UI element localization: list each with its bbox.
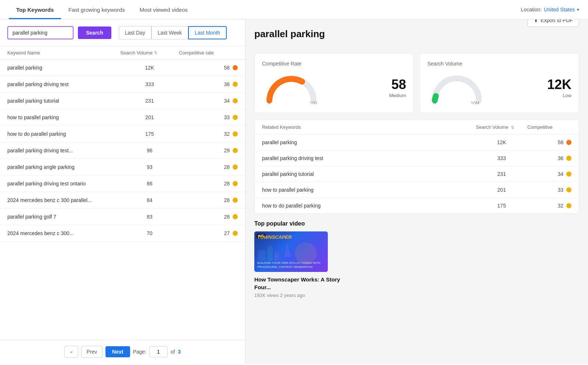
yellow-dot-icon [566,156,571,161]
rate-cell: 28 [179,181,238,187]
tab-top-keywords[interactable]: Top Keywords [9,0,61,19]
table-row[interactable]: how to do parallel parking 175 32 [0,126,245,142]
related-row[interactable]: parallel parking driving test 333 36 [255,150,579,166]
volume-cell: 12K [120,65,179,71]
period-buttons: Last Day Last Week Last Month [119,26,227,39]
chevron-down-icon[interactable]: ▾ [577,7,579,12]
rate-cell: 36 [179,81,238,87]
search-volume-value: 12K [547,78,571,91]
table-header: Keyword Name Search Volume ⇅ Competitive… [0,46,245,60]
col-keyword-name: Keyword Name [7,50,120,56]
period-last-month[interactable]: Last Month [188,26,227,39]
svg-text:10M: 10M [471,101,479,104]
period-last-week[interactable]: Last Week [151,26,188,39]
yellow-dot-icon [566,171,571,177]
competitive-rate-label: Competitive Rate [262,61,406,67]
video-meta: 192K views 2 years ago [254,293,579,298]
volume-cell: 175 [120,131,179,137]
svg-rect-7 [275,252,279,261]
keyword-cell: parallel parking tutorial [7,98,120,104]
volume-cell: 96 [120,148,179,153]
volume-cell: 84 [120,197,179,203]
svg-text:0: 0 [433,101,436,104]
video-deco [254,231,320,265]
search-volume-label: Search Volume [427,61,571,67]
video-name: How Townscaper Works: A Story Four... [254,276,357,291]
volume-cell: 83 [120,214,179,220]
table-row[interactable]: parallel parking driving test 333 36 [0,76,245,93]
col-search-volume: Search Volume ⇅ [120,50,179,56]
table-row[interactable]: 2024 mercedes benz c 300 parallel... 84 … [0,192,245,209]
period-last-day[interactable]: Last Day [119,26,151,39]
svg-rect-5 [258,250,265,261]
table-row[interactable]: parallel parking 12K 58 [0,60,245,76]
table-row[interactable]: parallel parking driving test... 96 29 [0,142,245,159]
video-thumbnail[interactable]: #45 TOWNSCAPER BUILDING YOUR OWN IDYLLIC… [254,231,328,272]
volume-cell: 93 [120,164,179,170]
rate-cell: 28 [179,197,238,203]
related-row[interactable]: parallel parking 12K 58 [255,135,579,150]
location-selector: Location: United States ▾ [521,7,579,13]
top-video-title: Top popular video [254,220,579,227]
yellow-dot-icon [233,131,238,137]
tab-fast-growing[interactable]: Fast growing keywords [61,0,132,19]
related-row[interactable]: parallel parking tutorial 231 34 [255,166,579,182]
related-row[interactable]: how to do parallel parking 175 32 [255,198,579,213]
r-keyword-cell: how to do parallel parking [262,203,476,209]
search-volume-sub: Low [547,93,571,98]
r-volume-cell: 12K [476,139,527,145]
related-keywords-header: Related Keywords Search Volume ⇅ Competi… [255,120,579,135]
keyword-cell: parallel parking angle parking [7,164,120,170]
keyword-cell: how to do parallel parking [7,131,120,137]
r-keyword-cell: parallel parking tutorial [262,171,476,177]
col-competitive-rate: Competitive rate [179,50,238,56]
related-keywords-card: Related Keywords Search Volume ⇅ Competi… [254,120,579,214]
table-row[interactable]: 2024 mercedes benz c 300... 70 27 [0,225,245,242]
keyword-cell: how to parallel parking [7,114,120,120]
keyword-cell: parallel parking driving test... [7,148,120,153]
related-row[interactable]: how to parallel parking 201 33 [255,182,579,198]
related-col-competitive: Competitive [527,124,571,130]
rate-cell: 58 [179,65,238,71]
page-input[interactable] [149,346,168,357]
pagination: « Prev Next Page: of 3 [0,340,245,364]
gauge-cards: Competitive Rate 0 100 [254,53,579,113]
svg-point-4 [295,242,317,265]
keyword-cell: 2024 mercedes benz c 300... [7,230,120,236]
orange-dot-icon [566,140,571,145]
svg-marker-8 [284,242,291,257]
yellow-dot-icon [233,231,238,236]
tab-most-viewed[interactable]: Most viewed videos [132,0,195,19]
r-keyword-cell: how to parallel parking [262,187,476,193]
export-pdf-button[interactable]: ⬆ Export to PDF [527,20,579,27]
table-row[interactable]: parallel parking driving test ontario 86… [0,176,245,192]
search-area: Search Last Day Last Week Last Month [0,20,245,46]
sort-icon[interactable]: ⇅ [154,50,157,55]
table-row[interactable]: parallel parking golf 7 83 28 [0,209,245,225]
r-rate-cell: 32 [527,203,571,209]
location-value[interactable]: United States [544,7,575,13]
search-input-wrap [7,26,74,39]
search-input[interactable] [7,26,74,39]
top-video-section: Top popular video #45 TOWNSCAPER BUILDIN… [254,220,579,298]
left-panel: Search Last Day Last Week Last Month Key… [0,20,245,364]
location-label: Location: [521,7,542,13]
nav-tabs: Top Keywords Fast growing keywords Most … [9,0,195,19]
keyword-cell: parallel parking [7,65,120,71]
r-keyword-cell: parallel parking driving test [262,155,476,161]
search-button[interactable]: Search [78,26,111,39]
table-row[interactable]: parallel parking angle parking 93 28 [0,159,245,176]
r-volume-cell: 201 [476,187,527,193]
table-row[interactable]: parallel parking tutorial 231 34 [0,93,245,109]
yellow-dot-icon [233,148,238,153]
r-keyword-cell: parallel parking [262,139,476,145]
yellow-dot-icon [233,181,238,186]
r-volume-cell: 231 [476,171,527,177]
table-row[interactable]: how to parallel parking 201 33 [0,109,245,126]
next-page-button[interactable]: Next [105,346,130,357]
first-page-button[interactable]: « [64,346,78,358]
of-label: of [171,349,175,355]
sort-icon-related: ⇅ [511,125,514,130]
prev-page-button[interactable]: Prev [81,346,103,358]
r-rate-cell: 58 [527,139,571,145]
